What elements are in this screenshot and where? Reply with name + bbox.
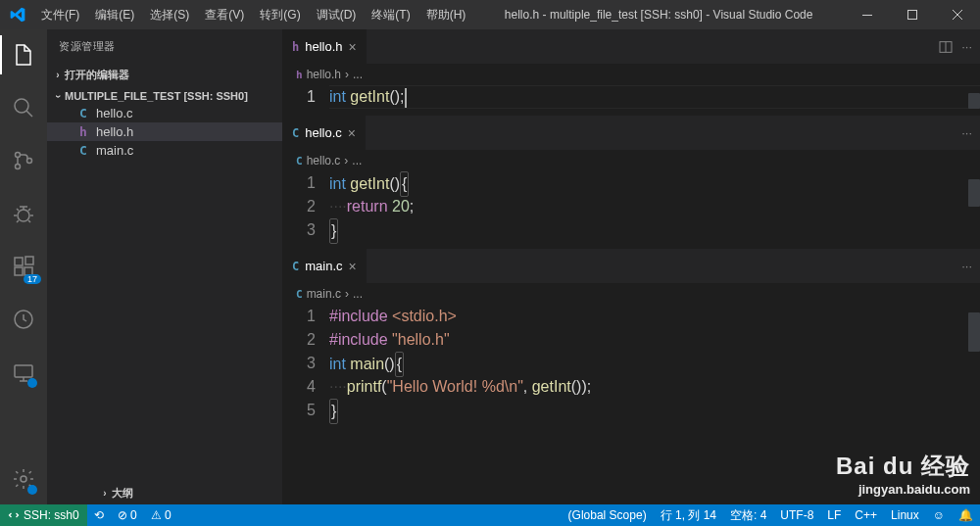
- close-icon[interactable]: ×: [349, 39, 357, 55]
- workspace-section[interactable]: ›MULTIPLE_FILE_TEST [SSH: SSH0]: [47, 88, 282, 104]
- menu-terminal[interactable]: 终端(T): [365, 3, 416, 27]
- breadcrumb-rest: ...: [352, 154, 362, 167]
- editor-group: C hello.c × ··· C hello.c › ... 123int g…: [282, 116, 980, 249]
- svg-point-13: [21, 476, 26, 482]
- breadcrumb[interactable]: C main.c › ...: [282, 283, 980, 305]
- status-remote[interactable]: SSH: ssh0: [0, 504, 87, 526]
- titlebar: 文件(F) 编辑(E) 选择(S) 查看(V) 转到(G) 调试(D) 终端(T…: [0, 0, 980, 29]
- file-icon: C: [74, 106, 92, 120]
- menu-edit[interactable]: 编辑(E): [88, 3, 141, 27]
- remote-icon[interactable]: [0, 353, 47, 392]
- status-spaces[interactable]: 空格: 4: [723, 504, 773, 526]
- file-icon: C: [296, 288, 303, 301]
- svg-rect-8: [15, 267, 23, 275]
- timeline-icon[interactable]: [0, 300, 47, 339]
- extensions-icon[interactable]: 17: [0, 247, 47, 286]
- breadcrumb-sep: ›: [344, 154, 348, 167]
- split-editor-icon[interactable]: [938, 39, 954, 55]
- breadcrumb[interactable]: C hello.c › ...: [282, 150, 980, 171]
- extensions-badge: 17: [24, 274, 41, 284]
- status-bell[interactable]: 🔔: [952, 504, 980, 526]
- gutter: 123: [282, 171, 329, 242]
- file-item-hello-c[interactable]: Chello.c: [47, 104, 282, 122]
- settings-icon[interactable]: [0, 459, 47, 499]
- close-icon[interactable]: ×: [349, 259, 357, 274]
- status-errors[interactable]: ⊘ 0: [111, 504, 144, 526]
- breadcrumb-rest: ...: [353, 68, 363, 81]
- activity-bar: 17: [0, 29, 47, 504]
- vscode-logo-icon: [0, 7, 34, 23]
- file-name: hello.h: [96, 124, 133, 139]
- menu-debug[interactable]: 调试(D): [310, 3, 364, 27]
- debug-icon[interactable]: [0, 194, 47, 233]
- open-editors-section[interactable]: ›打开的编辑器: [47, 66, 282, 84]
- file-icon: h: [292, 40, 299, 54]
- svg-rect-7: [15, 258, 23, 265]
- tab-hello.c[interactable]: C hello.c ×: [282, 116, 367, 150]
- file-name: main.c: [96, 143, 133, 158]
- menu-help[interactable]: 帮助(H): [419, 3, 473, 27]
- sidebar-title: 资源管理器: [47, 29, 282, 64]
- more-icon[interactable]: ···: [961, 259, 972, 273]
- code-body[interactable]: #include <stdio.h>#include "hello.h"int …: [329, 305, 980, 422]
- outline-label: 大纲: [112, 486, 133, 501]
- menu-select[interactable]: 选择(S): [143, 3, 196, 27]
- breadcrumb[interactable]: h hello.h › ...: [282, 64, 980, 85]
- file-item-hello-h[interactable]: hhello.h: [47, 122, 282, 141]
- close-button[interactable]: [935, 0, 980, 29]
- code-body[interactable]: int getInt(){····return 20;}: [329, 171, 980, 242]
- more-icon[interactable]: ···: [961, 39, 972, 54]
- window-title: hello.h - multiple_file_test [SSH: ssh0]…: [472, 8, 845, 22]
- maximize-button[interactable]: [890, 0, 935, 29]
- status-os[interactable]: Linux: [884, 504, 926, 526]
- status-lncol[interactable]: 行 1, 列 14: [654, 504, 723, 526]
- svg-rect-10: [25, 257, 33, 264]
- file-icon: C: [74, 143, 92, 158]
- search-icon[interactable]: [0, 88, 47, 127]
- file-item-main-c[interactable]: Cmain.c: [47, 141, 282, 160]
- status-scope[interactable]: (Global Scope): [562, 504, 654, 526]
- tab-label: main.c: [305, 259, 342, 273]
- close-icon[interactable]: ×: [348, 125, 356, 141]
- breadcrumb-sep: ›: [345, 287, 349, 301]
- menu-bar: 文件(F) 编辑(E) 选择(S) 查看(V) 转到(G) 调试(D) 终端(T…: [34, 3, 472, 27]
- svg-rect-12: [15, 365, 32, 377]
- status-warnings[interactable]: ⚠ 0: [144, 504, 178, 526]
- file-icon: C: [296, 155, 303, 167]
- tab-hello.h[interactable]: h hello.h ×: [282, 29, 368, 64]
- sidebar: 资源管理器 ›打开的编辑器 ›MULTIPLE_FILE_TEST [SSH: …: [47, 29, 282, 504]
- svg-point-2: [15, 99, 28, 113]
- svg-point-3: [16, 153, 21, 158]
- source-control-icon[interactable]: [0, 141, 47, 180]
- file-icon: h: [296, 69, 303, 81]
- code-editor[interactable]: 123int getInt(){····return 20;}: [282, 171, 980, 248]
- breadcrumb-file: hello.c: [307, 154, 341, 167]
- settings-badge: [27, 485, 37, 495]
- minimize-button[interactable]: [845, 0, 890, 29]
- explorer-icon[interactable]: [0, 35, 47, 74]
- tab-main.c[interactable]: C main.c ×: [282, 249, 368, 283]
- status-feedback[interactable]: ☺: [926, 504, 952, 526]
- status-encoding[interactable]: UTF-8: [773, 504, 820, 526]
- menu-view[interactable]: 查看(V): [198, 3, 251, 27]
- status-lang[interactable]: C++: [848, 504, 884, 526]
- outline-section[interactable]: ›大纲: [94, 484, 329, 502]
- svg-point-6: [18, 210, 29, 221]
- menu-file[interactable]: 文件(F): [34, 3, 86, 27]
- workspace-label: MULTIPLE_FILE_TEST [SSH: SSH0]: [65, 90, 248, 102]
- breadcrumb-sep: ›: [345, 68, 349, 81]
- status-sync[interactable]: ⟲: [87, 504, 111, 526]
- more-icon[interactable]: ···: [961, 125, 972, 140]
- status-eol[interactable]: LF: [820, 504, 848, 526]
- file-icon: h: [74, 124, 92, 139]
- window-controls: [845, 0, 980, 29]
- code-body[interactable]: int getInt();: [329, 85, 980, 109]
- breadcrumb-file: hello.h: [307, 68, 341, 81]
- code-editor[interactable]: 12345#include <stdio.h>#include "hello.h…: [282, 305, 980, 428]
- code-editor[interactable]: 1int getInt();: [282, 85, 980, 115]
- editor-group: h hello.h × ··· h hello.h › ... 1int get…: [282, 29, 980, 116]
- menu-go[interactable]: 转到(G): [253, 3, 307, 27]
- chevron-down-icon: ›: [53, 89, 64, 103]
- gutter: 12345: [282, 305, 329, 422]
- breadcrumb-file: main.c: [307, 287, 341, 301]
